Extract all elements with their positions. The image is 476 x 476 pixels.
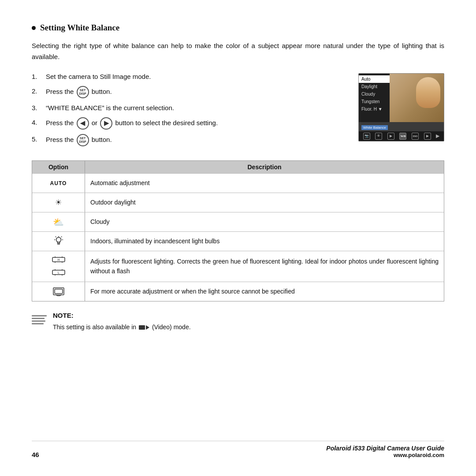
svg-line-4	[55, 236, 56, 237]
video-triangle	[146, 325, 149, 330]
step-2-after: button.	[92, 88, 112, 95]
desc-cloud: Cloudy	[85, 212, 444, 231]
desc-auto: Automatic adjustment	[85, 174, 444, 193]
camera-bottom-bar: 📷 👁 ▶ WB ISO ▶ ▶	[359, 131, 444, 141]
note-body: This setting is also available in (Video…	[53, 322, 191, 332]
cam-arrow-right: ▶	[436, 133, 439, 139]
header-option: Option	[32, 161, 85, 173]
step-5: 5. Press the SETDISP button.	[32, 134, 348, 146]
tungsten-icon	[54, 236, 63, 247]
step-3-num: 3.	[32, 103, 41, 113]
table-header: Option Description	[32, 161, 444, 173]
steps-and-image: 1. Set the camera to Still Image mode. 2…	[32, 71, 444, 151]
camera-preview	[390, 74, 444, 122]
tungsten-svg	[54, 236, 63, 245]
intro-paragraph: Selecting the right type of white balanc…	[32, 41, 444, 63]
video-bar	[139, 325, 145, 330]
step-5-text: Press the SETDISP button.	[46, 134, 348, 146]
note-icon	[32, 311, 47, 328]
note-title: NOTE:	[53, 310, 191, 321]
option-fluorescent: H L	[32, 251, 85, 282]
cam-icon-3: ▶	[387, 133, 394, 140]
note-text-after: (Video) mode.	[152, 324, 191, 331]
desc-sun: Outdoor daylight	[85, 193, 444, 212]
wb-label-bar: White Balance	[359, 122, 444, 131]
menu-item-auto: Auto	[359, 75, 390, 83]
note-line-1	[32, 315, 47, 316]
step-2: 2. Press the SETDISP button.	[32, 86, 348, 98]
option-cloud: ⛅	[32, 212, 85, 231]
camera-menu-list: Auto Daylight Cloudy Tungsten Fluor. H ▼	[359, 74, 390, 122]
step-4-before: Press the	[46, 119, 74, 126]
desc-fluorescent: Adjusts for fluorescent lighting. Correc…	[85, 251, 444, 282]
camera-screen: Auto Daylight Cloudy Tungsten Fluor. H ▼…	[358, 73, 444, 141]
auto-text: AUTO	[50, 180, 67, 186]
note-line-2	[32, 318, 45, 319]
step-5-before: Press the	[46, 136, 74, 143]
svg-rect-23	[55, 289, 63, 294]
fluor-l-icon: L	[52, 269, 65, 277]
table-row-cloud: ⛅ Cloudy	[32, 212, 444, 231]
bullet-icon	[32, 26, 36, 30]
footer-url: www.polaroid.com	[326, 452, 444, 458]
table-row-fluorescent: H L Adjusts for fluorescent ligh	[32, 251, 444, 282]
wb-label-text: White Balance	[361, 125, 388, 130]
section-title: Setting White Balance	[32, 23, 444, 33]
footer-title: Polaroid i533 Digital Camera User Guide	[326, 445, 444, 452]
camera-menu: Auto Daylight Cloudy Tungsten Fluor. H ▼	[359, 74, 444, 122]
step-4-or: or	[92, 119, 97, 126]
step-4: 4. Press the ◀ or ▶ button to select the…	[32, 117, 348, 130]
table-row-tungsten: Indoors, illuminated by incandescent lig…	[32, 231, 444, 251]
header-description: Description	[85, 161, 444, 173]
note-text-before: This setting is also available in	[53, 324, 136, 331]
right-arrow-button: ▶	[100, 117, 112, 130]
page-footer: 46 Polaroid i533 Digital Camera User Gui…	[32, 441, 444, 458]
set-disp-button-1: SETDISP	[77, 86, 89, 98]
step-4-text: Press the ◀ or ▶ button to select the de…	[46, 117, 348, 130]
note-content: NOTE: This setting is also available in …	[53, 310, 191, 332]
left-arrow-button: ◀	[77, 117, 89, 130]
options-table: Option Description AUTO Automatic adjust…	[32, 160, 444, 301]
svg-text:H: H	[57, 258, 60, 261]
sun-icon: ☀	[55, 198, 62, 207]
menu-item-tungsten: Tungsten	[359, 98, 390, 105]
option-auto: AUTO	[32, 174, 85, 193]
cam-icon-1: 📷	[363, 133, 370, 140]
table-row-sun: ☀ Outdoor daylight	[32, 193, 444, 212]
cam-icon-2: 👁	[375, 133, 382, 140]
page-container: Setting White Balance Selecting the righ…	[0, 0, 476, 476]
cam-icon-last: ▶	[424, 133, 431, 140]
page-number: 46	[32, 451, 39, 458]
note-line-3	[32, 320, 45, 322]
step-4-num: 4.	[32, 117, 41, 127]
step-2-text: Press the SETDISP button.	[46, 86, 348, 98]
option-sun: ☀	[32, 193, 85, 212]
desc-custom: For more accurate adjustment or when the…	[85, 282, 444, 301]
desc-tungsten: Indoors, illuminated by incandescent lig…	[85, 232, 444, 251]
step-2-num: 2.	[32, 86, 41, 96]
cam-icon-wb: WB	[399, 133, 406, 140]
step-1-text: Set the camera to Still Image mode.	[46, 71, 348, 82]
step-2-before: Press the	[46, 88, 74, 95]
menu-item-daylight: Daylight	[359, 83, 390, 90]
cam-icon-iso: ISO	[412, 133, 419, 140]
steps-column: 1. Set the camera to Still Image mode. 2…	[32, 71, 348, 151]
cloud-icon: ⛅	[53, 217, 64, 227]
menu-item-cloudy: Cloudy	[359, 90, 390, 98]
step-3-text: “WHITE BALANCE” is the current selection…	[46, 103, 348, 113]
svg-point-0	[56, 237, 61, 242]
video-mode-icon	[139, 325, 149, 330]
custom-wb-icon	[53, 287, 64, 297]
table-row-custom: For more accurate adjustment or when the…	[32, 282, 444, 301]
svg-text:L: L	[58, 271, 60, 274]
step-1: 1. Set the camera to Still Image mode.	[32, 71, 348, 82]
note-section: NOTE: This setting is also available in …	[32, 310, 444, 332]
note-line-4	[32, 323, 44, 324]
step-5-after: button.	[92, 136, 112, 143]
option-tungsten	[32, 232, 85, 251]
preview-face	[416, 77, 440, 108]
set-disp-button-2: SETDISP	[77, 134, 89, 146]
title-text: Setting White Balance	[40, 23, 119, 33]
step-4-after: button to select the desired setting.	[115, 119, 218, 126]
step-5-num: 5.	[32, 134, 41, 144]
